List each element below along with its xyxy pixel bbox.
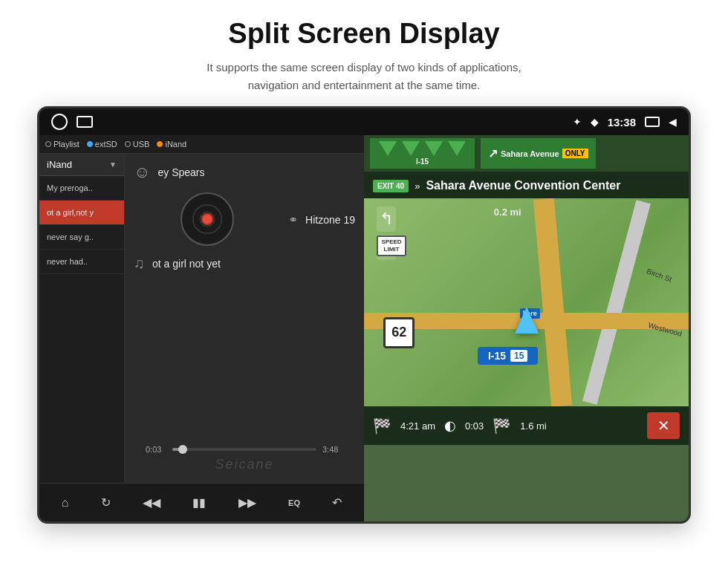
pause-button[interactable]: ▮▮	[186, 492, 212, 513]
circle-icon	[51, 114, 68, 130]
inand-radio[interactable]	[157, 141, 163, 147]
sahara-avenue-label: Sahara Avenue	[501, 149, 559, 158]
nav-bottom-bar: 🏁 4:21 am ◐ 0:03 🏁 1.6 mi ✕	[364, 406, 689, 445]
down-arrow-3	[425, 141, 443, 156]
source-tabs: Playlist extSD USB iNand	[39, 135, 364, 154]
time-total: 3:48	[322, 445, 343, 454]
extsd-label: extSD	[95, 140, 117, 149]
progress-area: 0:03 3:48 Seicane	[134, 445, 355, 474]
extsd-radio[interactable]	[87, 141, 93, 147]
green-sign-left: I-15	[370, 138, 475, 169]
cd-icon: ⚭	[288, 213, 298, 226]
exit-destination: Sahara Avenue Convention Center	[426, 179, 620, 192]
back-transport-button[interactable]: ↶	[326, 492, 348, 513]
exit-badge: EXIT 40	[373, 180, 409, 192]
music-note-icon: ♫	[134, 255, 145, 272]
bluetooth-icon: ✦	[573, 116, 582, 128]
highway-text: I-15	[416, 157, 429, 166]
music-player-panel: Playlist extSD USB iNand	[39, 135, 364, 521]
back-icon: ◀	[669, 116, 677, 128]
time-display: 13:38	[608, 116, 636, 129]
playlist-item-1[interactable]: My preroga..	[39, 176, 124, 201]
distance-info: 0.2 mi	[494, 207, 521, 218]
artist-name: ey Spears	[157, 166, 204, 178]
road-main	[533, 198, 572, 406]
track-name: ot a girl not yet	[152, 258, 221, 270]
limit-sign: SPEED LIMIT	[377, 235, 406, 256]
only-badge: ONLY	[562, 149, 588, 158]
extsd-tab[interactable]: extSD	[87, 140, 117, 149]
playlist-radio[interactable]	[45, 141, 51, 147]
flag-icon-end: 🏁	[493, 417, 511, 435]
usb-tab[interactable]: USB	[125, 140, 150, 149]
flag-icon-start: 🏁	[373, 417, 391, 435]
playlist-sidebar: iNand ▼ My preroga.. ot a girl,not y nev…	[39, 154, 125, 483]
clock-icon: ◐	[444, 417, 456, 434]
album-row: ⚭ Hitzone 19	[134, 189, 355, 249]
image-icon	[77, 116, 93, 128]
playlist-item-2[interactable]: ot a girl,not y	[39, 201, 124, 225]
device-frame: ✦ ◆ 13:38 ◀ Playlist extSD	[37, 106, 691, 524]
highway-shield: 15	[510, 350, 527, 362]
page-header: Split Screen Display It supports the sam…	[177, 0, 551, 106]
location-icon: ◆	[591, 116, 599, 128]
playlist-header[interactable]: iNand ▼	[39, 154, 124, 176]
nav-bottom-info: 🏁 4:21 am ◐ 0:03 🏁 1.6 mi	[373, 417, 547, 435]
remaining-dist: 1.6 mi	[520, 420, 546, 432]
progress-thumb[interactable]	[178, 445, 187, 454]
progress-bar[interactable]	[172, 448, 316, 451]
progress-bar-container: 0:03 3:48	[146, 445, 343, 454]
main-area: Playlist extSD USB iNand	[39, 135, 689, 521]
down-arrow-1	[379, 141, 397, 156]
artist-row: ☺ ey Spears	[134, 163, 355, 182]
arrow-right-icon: »	[415, 181, 420, 192]
status-bar: ✦ ◆ 13:38 ◀	[39, 108, 689, 135]
prev-button[interactable]: ◀◀	[137, 492, 166, 513]
vinyl-center	[201, 213, 213, 225]
next-button[interactable]: ▶▶	[233, 492, 262, 513]
road-secondary	[582, 200, 651, 405]
exit-sign-area: EXIT 40 » Sahara Avenue Convention Cente…	[364, 173, 689, 198]
album-name: ⚭ Hitzone 19	[288, 212, 355, 227]
highway-label: I-15	[488, 350, 506, 362]
vinyl-disc	[181, 192, 234, 246]
repeat-button[interactable]: ↻	[95, 492, 117, 513]
down-arrow-2	[402, 141, 420, 156]
status-bar-right: ✦ ◆ 13:38 ◀	[573, 116, 677, 129]
eta-label: 4:21 am	[400, 420, 435, 432]
map-area[interactable]: ↰ ⑂ 62 SPEED LIMIT here	[364, 198, 689, 406]
track-row: ♫ ot a girl not yet	[134, 255, 355, 272]
status-bar-left	[51, 114, 93, 130]
screen-icon	[645, 117, 660, 127]
page-subtitle: It supports the same screen display of t…	[207, 59, 521, 94]
playlist-item-3[interactable]: never say g..	[39, 225, 124, 250]
chevron-down-icon: ▼	[109, 160, 117, 169]
turn-left-icon: ↰	[380, 209, 393, 229]
playlist-header-label: iNand	[47, 159, 72, 170]
inand-tab[interactable]: iNand	[157, 140, 186, 149]
playlist-item-4[interactable]: never had..	[39, 250, 124, 274]
nav-close-button[interactable]: ✕	[647, 412, 680, 439]
down-arrows	[377, 141, 467, 156]
highway-signs-row: I-15 ↗ Sahara Avenue ONLY	[364, 135, 689, 173]
navigation-arrow	[515, 307, 539, 334]
home-button[interactable]: ⌂	[56, 493, 75, 513]
up-right-arrow: ↗	[488, 146, 498, 160]
road-label-birch: Birch St	[646, 267, 673, 283]
usb-label: USB	[133, 140, 150, 149]
time-current: 0:03	[146, 445, 166, 454]
playlist-label: Playlist	[53, 140, 79, 149]
distance-value: 0.2 mi	[494, 207, 521, 218]
usb-radio[interactable]	[125, 141, 131, 147]
inand-label: iNand	[165, 140, 186, 149]
speed-limit-value: 62	[391, 325, 406, 340]
eq-button[interactable]: EQ	[282, 495, 306, 510]
transport-bar: ⌂ ↻ ◀◀ ▮▮ ▶▶ EQ ↶	[39, 483, 364, 521]
person-icon: ☺	[134, 163, 150, 182]
page-title: Split Screen Display	[207, 18, 521, 50]
watermark: Seicane	[146, 457, 343, 472]
playlist-tab[interactable]: Playlist	[45, 140, 79, 149]
speed-limit-sign: 62	[383, 317, 415, 348]
turn-instruction-1: ↰	[377, 207, 396, 232]
highway-sign-bottom: I-15 15	[478, 347, 538, 365]
